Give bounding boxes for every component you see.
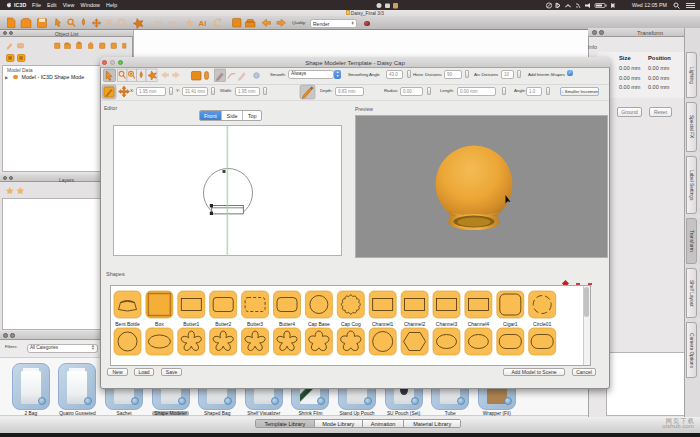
svg-text:Al: Al: [199, 19, 207, 28]
